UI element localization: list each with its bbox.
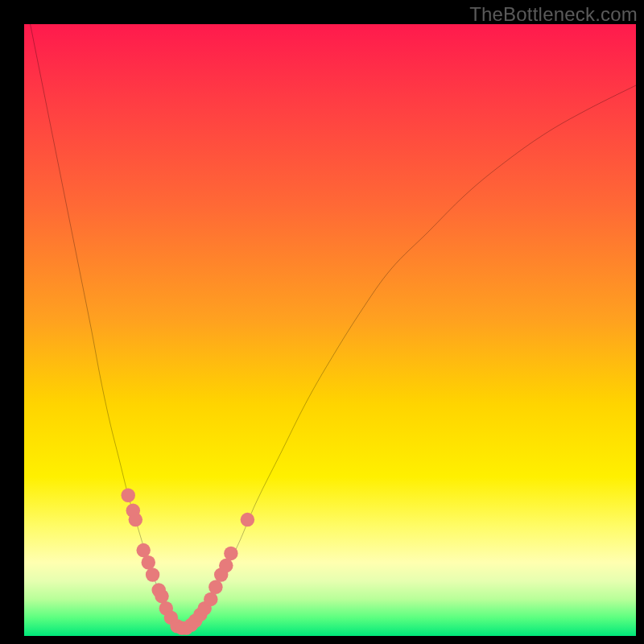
- marker-point: [129, 513, 142, 526]
- chart-frame: TheBottleneck.com: [0, 0, 644, 644]
- marker-point: [224, 547, 237, 560]
- marker-point: [204, 592, 217, 606]
- plot-area: [24, 24, 636, 636]
- marker-point: [241, 513, 254, 526]
- curve-markers: [121, 488, 254, 634]
- marker-point: [136, 543, 150, 557]
- marker-point: [219, 559, 233, 572]
- marker-point: [155, 589, 168, 603]
- marker-point: [142, 555, 155, 569]
- marker-point: [121, 488, 134, 502]
- marker-point: [208, 580, 222, 593]
- marker-point: [146, 568, 159, 581]
- chart-svg: [24, 24, 636, 636]
- bottleneck-curve: [31, 24, 636, 629]
- watermark-text: TheBottleneck.com: [469, 3, 638, 26]
